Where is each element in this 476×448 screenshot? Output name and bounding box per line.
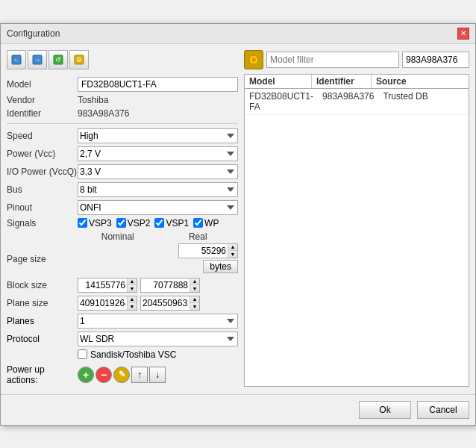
power-edit-btn[interactable]: ✎: [113, 367, 130, 383]
io-power-select[interactable]: 3,3 V: [78, 164, 238, 179]
real-header: Real: [158, 231, 239, 242]
bus-row: Bus 8 bit: [7, 182, 238, 197]
page-size-down-btn[interactable]: ▼: [228, 251, 237, 258]
table-row[interactable]: FD32B08UCT1-FA 983A98A376 Trusted DB: [245, 89, 469, 115]
signals-checks: VSP3 VSP2 VSP1 WP: [78, 218, 219, 228]
io-power-label: I/O Power (VccQ): [7, 167, 78, 177]
left-panel: ← → ↺: [7, 50, 238, 388]
power-up-label: Power up actions:: [7, 364, 78, 385]
vsp3-check[interactable]: VSP3: [78, 218, 112, 228]
th-identifier[interactable]: Identifier: [312, 75, 372, 88]
plane-real-up-btn[interactable]: ▲: [190, 296, 199, 303]
bus-label: Bus: [7, 184, 78, 195]
bytes-wrapper: bytes: [78, 260, 238, 273]
cancel-button[interactable]: Cancel: [417, 401, 469, 419]
block-size-nominal-spin: ▲ ▼: [78, 278, 137, 293]
model-input[interactable]: [78, 77, 238, 92]
vsp1-checkbox[interactable]: [154, 218, 164, 228]
svg-text:⚙: ⚙: [76, 56, 82, 63]
page-size-real-spin: ▲ ▼: [178, 243, 238, 258]
block-nominal-up-btn[interactable]: ▲: [128, 279, 137, 285]
vsp2-checkbox[interactable]: [116, 218, 126, 228]
ok-button[interactable]: Ok: [359, 401, 411, 419]
power-vcc-row: Power (Vcc) 2,7 V: [7, 146, 238, 161]
divider-1: [7, 123, 238, 124]
vendor-label: Vendor: [7, 95, 78, 105]
plane-size-real-input[interactable]: [141, 296, 190, 310]
vendor-value: Toshiba: [78, 95, 108, 105]
block-real-spin-btns: ▲ ▼: [190, 279, 199, 292]
power-add-btn[interactable]: +: [78, 367, 94, 383]
planes-row: Planes 1: [7, 314, 238, 329]
wp-check[interactable]: WP: [193, 218, 219, 228]
right-panel-icon: [244, 50, 263, 69]
nominal-real-header: Nominal Real: [78, 231, 238, 242]
plane-size-inputs: ▲ ▼ ▲ ▼: [78, 296, 238, 311]
plane-nominal-down-btn[interactable]: ▼: [128, 303, 137, 310]
identifier-row: Identifier 983A98A376: [7, 108, 238, 119]
toolbar-forward-btn[interactable]: →: [28, 50, 47, 69]
speed-label: Speed: [7, 131, 78, 141]
close-button[interactable]: ✕: [457, 28, 469, 40]
toolbar-refresh-btn[interactable]: ↺: [48, 50, 68, 69]
table-body: FD32B08UCT1-FA 983A98A376 Trusted DB: [244, 88, 469, 387]
toolbar-settings-btn[interactable]: ⚙: [69, 50, 89, 69]
th-source[interactable]: Source: [372, 75, 469, 88]
nominal-header: Nominal: [78, 231, 158, 242]
speed-select[interactable]: High: [78, 128, 238, 143]
vsp1-check[interactable]: VSP1: [154, 218, 189, 228]
plane-size-row: Plane size ▲ ▼ ▲ ▼: [7, 296, 238, 311]
power-up-arrow-btn[interactable]: ↑: [131, 367, 148, 383]
protocol-select[interactable]: WL SDR: [78, 332, 238, 346]
main-content: ← → ↺: [1, 44, 475, 394]
identifier-filter-input[interactable]: [402, 52, 469, 68]
power-remove-btn[interactable]: −: [95, 367, 112, 383]
block-size-nominal-input[interactable]: [78, 279, 127, 292]
pinout-label: Pinout: [7, 202, 78, 213]
page-size-up-btn[interactable]: ▲: [228, 244, 237, 251]
block-real-up-btn[interactable]: ▲: [190, 279, 199, 285]
bus-select[interactable]: 8 bit: [78, 182, 238, 197]
block-size-inputs: ▲ ▼ ▲ ▼: [78, 278, 238, 293]
block-real-down-btn[interactable]: ▼: [190, 285, 199, 292]
pinout-select[interactable]: ONFI: [78, 200, 238, 215]
svg-point-9: [251, 57, 256, 62]
page-size-spin-btns: ▲ ▼: [228, 244, 237, 258]
block-size-real-spin: ▲ ▼: [140, 278, 200, 293]
power-up-btns: + − ✎ ↑ ↓: [78, 367, 166, 383]
plane-nominal-up-btn[interactable]: ▲: [128, 296, 137, 303]
model-label: Model: [7, 79, 78, 90]
window-title: Configuration: [7, 28, 60, 39]
left-toolbar: ← → ↺: [7, 50, 238, 69]
bytes-button[interactable]: bytes: [203, 260, 238, 273]
sandisk-check-label[interactable]: Sandisk/Toshiba VSC: [78, 349, 176, 360]
vsp2-check[interactable]: VSP2: [116, 218, 151, 228]
svg-text:←: ←: [13, 56, 20, 63]
power-down-arrow-btn[interactable]: ↓: [149, 367, 166, 383]
wp-checkbox[interactable]: [193, 218, 203, 228]
sandisk-row: Sandisk/Toshiba VSC: [78, 349, 238, 360]
plane-size-real-spin: ▲ ▼: [140, 296, 200, 311]
sandisk-checkbox[interactable]: [78, 349, 87, 359]
plane-real-down-btn[interactable]: ▼: [190, 303, 199, 310]
signals-label: Signals: [7, 218, 78, 228]
power-vcc-select[interactable]: 2,7 V: [78, 146, 238, 161]
power-vcc-label: Power (Vcc): [7, 149, 78, 159]
page-size-real-input[interactable]: [179, 244, 228, 258]
toolbar-back-btn[interactable]: ←: [7, 50, 26, 69]
identifier-value: 983A98A376: [78, 108, 129, 119]
block-nominal-down-btn[interactable]: ▼: [128, 285, 137, 292]
vsp3-checkbox[interactable]: [78, 218, 87, 228]
power-up-row: Power up actions: + − ✎ ↑ ↓: [7, 364, 238, 385]
td-model: FD32B08UCT1-FA: [245, 90, 318, 113]
th-model[interactable]: Model: [245, 75, 312, 88]
planes-select[interactable]: 1: [78, 314, 238, 329]
plane-size-nominal-input[interactable]: [78, 296, 127, 310]
model-filter-input[interactable]: [266, 52, 399, 68]
block-size-real-input[interactable]: [141, 279, 190, 292]
planes-label: Planes: [7, 316, 78, 326]
identifier-label: Identifier: [7, 108, 78, 119]
pinout-row: Pinout ONFI: [7, 200, 238, 215]
td-identifier: 983A98A376: [318, 90, 378, 113]
svg-text:→: →: [34, 56, 41, 63]
